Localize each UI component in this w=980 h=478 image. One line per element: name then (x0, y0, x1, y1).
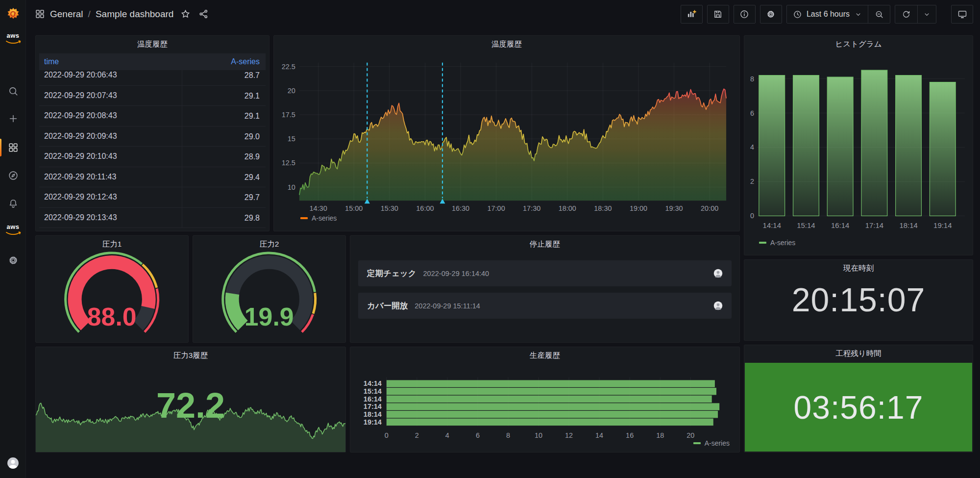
sidebar-item-explore compass-icon[interactable] (0, 163, 26, 188)
clock-icon (793, 10, 802, 19)
add-panel-button[interactable] (681, 5, 703, 24)
svg-text:18:14: 18:14 (899, 221, 917, 229)
search-icon[interactable] (0, 79, 26, 103)
panel-production-history: 生産履歴 0246810121416182014:1415:1416:1417:… (350, 347, 740, 453)
legend-swatch (300, 217, 308, 219)
svg-text:22.5: 22.5 (282, 63, 295, 71)
kiosk-tv-button monitor-icon[interactable] (951, 5, 973, 24)
annotation-list-item[interactable]: 定期チェック2022-09-29 16:14:40 (358, 260, 732, 286)
time-range-picker[interactable]: Last 6 hours (787, 5, 868, 23)
column-header-a-series[interactable]: A-series (182, 57, 266, 66)
panel-info-button info-icon[interactable] (734, 5, 756, 24)
dashboard-grid-icon (35, 9, 45, 19)
panel-pressure3-stat: 圧力3履歴 72.2 (35, 347, 346, 453)
panel-title[interactable]: 圧力2 (193, 236, 345, 252)
cell-time: 2022-09-29 20:07:43 (39, 91, 182, 100)
breadcrumb-folder[interactable]: General (50, 9, 83, 20)
svg-text:20: 20 (686, 431, 694, 439)
svg-text:14:30: 14:30 (310, 204, 327, 212)
active-indicator (0, 139, 1, 156)
panel-gauge-pressure1: 圧力1 88.0 (35, 235, 189, 343)
cell-value: 29.7 (182, 187, 266, 207)
legend-swatch (693, 442, 701, 444)
table-body[interactable]: 2022-09-29 20:06:4328.72022-09-29 20:07:… (39, 70, 266, 228)
legend-a-series[interactable]: A-series (693, 439, 730, 447)
svg-text:20: 20 (288, 87, 295, 95)
save-dashboard-button floppy-icon[interactable] (707, 5, 729, 24)
time-range-label: Last 6 hours (807, 10, 850, 19)
user-avatar[interactable] (0, 451, 26, 475)
legend-a-series[interactable]: A-series (759, 239, 795, 247)
cell-value: 29.4 (182, 167, 266, 187)
clock-time: 20:15:07 (744, 280, 973, 319)
create-plus-icon[interactable] (0, 106, 26, 131)
cell-value: 29.8 (182, 208, 266, 228)
svg-text:17:14: 17:14 (865, 221, 883, 229)
sidebar-item-alerting bell-icon[interactable] (0, 191, 26, 216)
annotation-list-item[interactable]: カバー開放2022-09-29 15:11:14 (358, 293, 732, 319)
svg-text:15:00: 15:00 (345, 204, 363, 212)
cell-time: 2022-09-29 20:06:43 (39, 71, 182, 79)
panel-title[interactable]: 現在時刻 (744, 260, 973, 277)
annotation-time: 2022-09-29 16:14:40 (423, 270, 490, 277)
sidebar-item-aws[interactable]: aws (0, 219, 26, 244)
svg-text:16:30: 16:30 (452, 204, 469, 212)
svg-text:17:30: 17:30 (523, 204, 540, 212)
timeseries-chart[interactable]: 1012.51517.52022.514:3015:0015:3016:0016… (274, 36, 739, 231)
grafana-logo[interactable] (0, 2, 26, 26)
legend-label: A-series (705, 439, 730, 447)
panel-title[interactable]: 生産履歴 (350, 347, 739, 364)
svg-text:4: 4 (445, 431, 449, 439)
cell-time: 2022-09-29 20:09:43 (39, 132, 182, 141)
refresh-button[interactable] (895, 5, 917, 23)
svg-text:18:14: 18:14 (364, 410, 382, 418)
svg-text:8: 8 (750, 75, 754, 83)
svg-text:0: 0 (385, 431, 389, 439)
panel-title[interactable]: ヒストグラム (744, 36, 973, 52)
svg-text:17:00: 17:00 (487, 204, 505, 212)
share-icon[interactable] (198, 9, 209, 19)
table-row: 2022-09-29 20:06:4328.7 (39, 70, 266, 86)
svg-text:18:30: 18:30 (594, 204, 612, 212)
annotation-list: 定期チェック2022-09-29 16:14:40カバー開放2022-09-29… (350, 260, 739, 325)
zoom-out-time-button[interactable] (868, 5, 890, 23)
svg-text:19:00: 19:00 (630, 204, 647, 212)
svg-text:4: 4 (750, 143, 754, 151)
panel-title[interactable]: 工程残り時間 (744, 345, 973, 362)
legend-a-series[interactable]: A-series (300, 214, 337, 222)
cell-time: 2022-09-29 20:08:43 (39, 111, 182, 120)
dashboard-settings-button gear-icon[interactable] (760, 5, 782, 24)
panel-title[interactable]: 温度履歴 (274, 36, 739, 52)
table-row: 2022-09-29 20:11:4329.4 (39, 167, 266, 188)
user-avatar-icon (713, 269, 723, 278)
cell-value: 29.1 (182, 106, 266, 126)
svg-text:8: 8 (506, 431, 510, 439)
countdown-time: 03:56:17 (794, 389, 924, 426)
column-header-time[interactable]: time (39, 57, 182, 66)
refresh-interval-dropdown chevron-down-icon[interactable] (917, 5, 936, 23)
svg-text:6: 6 (750, 109, 754, 117)
table-header: time A-series (39, 53, 266, 70)
panel-title[interactable]: 停止履歴 (350, 236, 739, 252)
table-row: 2022-09-29 20:13:4329.8 (39, 208, 266, 228)
table-row: 2022-09-29 20:10:4328.9 (39, 147, 266, 167)
panel-remaining-time: 工程残り時間 03:56:17 (744, 345, 973, 453)
svg-text:0: 0 (750, 212, 754, 220)
svg-text:15:14: 15:14 (364, 387, 382, 395)
countdown-body: 03:56:17 (745, 363, 972, 452)
star-icon[interactable] (180, 9, 191, 19)
sidebar-item-dashboards[interactable] (0, 135, 26, 160)
gauge-pressure1: 88.0 (39, 249, 185, 341)
cell-time: 2022-09-29 20:12:43 (39, 193, 182, 201)
panel-stop-history: 停止履歴 定期チェック2022-09-29 16:14:40カバー開放2022-… (350, 235, 740, 343)
svg-text:16: 16 (626, 431, 634, 439)
annotation-time: 2022-09-29 15:11:14 (415, 302, 480, 310)
sidebar-item-configuration gear-icon[interactable] (0, 248, 26, 273)
panel-histogram: ヒストグラム 0246814:1415:1416:1417:1418:1419:… (744, 35, 973, 255)
panel-title[interactable]: 圧力1 (36, 236, 188, 252)
panel-title[interactable]: 圧力3履歴 (36, 347, 345, 364)
panel-title[interactable]: 温度履歴 (36, 36, 269, 52)
breadcrumb-dashboard-title[interactable]: Sample dashboard (96, 9, 174, 20)
histogram-chart[interactable]: 0246814:1415:1416:1417:1418:1419:14 (744, 36, 973, 255)
aws-logo[interactable]: aws (0, 28, 26, 52)
